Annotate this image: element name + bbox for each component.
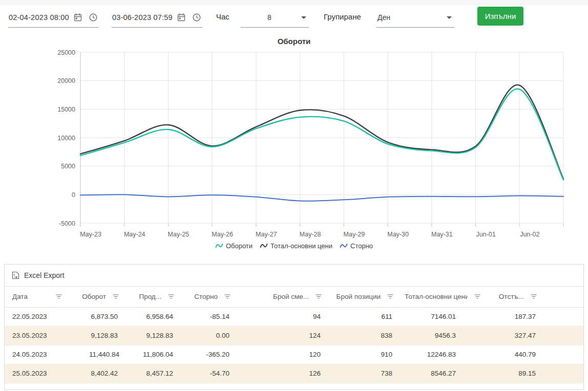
y-axis-tick-label: 25000 xyxy=(57,49,75,56)
legend-item[interactable]: Обороти xyxy=(215,242,253,250)
calendar-icon[interactable] xyxy=(73,13,82,22)
calendar-icon[interactable] xyxy=(177,13,186,22)
x-axis-tick-label: May-31 xyxy=(431,231,453,238)
line-chart: 2500020000150001000050000-5000May-23May-… xyxy=(0,48,588,241)
legend-item[interactable]: Сторно xyxy=(340,242,373,250)
table-row[interactable]: 25.05.20238,402.428,457.12-54.7012673885… xyxy=(5,364,583,383)
end-datetime-field[interactable]: 03-06-2023 07:59 xyxy=(112,7,202,28)
table-cell: 910 xyxy=(333,345,405,364)
table-cell: 22.05.2023 xyxy=(5,307,81,326)
execute-button[interactable]: Изпълни xyxy=(477,7,523,26)
column-header[interactable]: Сторно xyxy=(185,287,242,307)
table-cell: 8,402.42 xyxy=(81,364,130,383)
x-axis-tick-label: May-23 xyxy=(80,231,101,238)
column-header-label[interactable]: Брой сме... xyxy=(273,293,309,300)
filter-icon[interactable] xyxy=(474,294,480,299)
start-datetime-value[interactable]: 02-04-2023 08:00 xyxy=(9,7,69,28)
column-header[interactable]: Отстъ... xyxy=(492,287,548,307)
table-cell: 8546.27 xyxy=(405,364,492,383)
table-cell: 6,873.50 xyxy=(81,307,130,326)
grid-toolbar: x Excel Export xyxy=(5,265,583,287)
table-cell: 23.05.2023 xyxy=(5,326,81,345)
x-axis-tick-label: Jun-01 xyxy=(476,231,495,238)
top-strip xyxy=(0,0,588,5)
svg-text:x: x xyxy=(13,273,15,276)
table-cell: 9,128.83 xyxy=(130,326,185,345)
table-row[interactable]: 22.05.20236,873.506,958.64-85.1494611714… xyxy=(5,307,583,326)
excel-export-label: Excel Export xyxy=(24,271,65,279)
table-header-row: ДатаОборотПрод...СторноБрой сме...Брой п… xyxy=(5,287,583,307)
column-header[interactable]: Дата xyxy=(5,287,81,307)
legend-label: Сторно xyxy=(350,242,373,250)
table-cell: 94 xyxy=(242,307,333,326)
column-header[interactable]: Оборот xyxy=(81,287,130,307)
legend-label: Обороти xyxy=(226,242,253,250)
column-header[interactable]: Брой позиции xyxy=(333,287,405,307)
excel-export-button[interactable]: x Excel Export xyxy=(12,271,65,279)
start-datetime-field[interactable]: 02-04-2023 08:00 xyxy=(8,7,99,28)
column-header-label[interactable]: Сторно xyxy=(194,293,218,300)
filter-icon[interactable] xyxy=(531,294,537,299)
table-cell: 0.00 xyxy=(185,326,242,345)
table-cell: 7146.01 xyxy=(405,307,492,326)
hour-select[interactable]: 8 xyxy=(241,7,309,28)
filter-icon[interactable] xyxy=(387,294,393,299)
x-axis-tick-label: May-29 xyxy=(344,231,365,238)
filter-icon[interactable] xyxy=(56,294,62,299)
x-axis-tick-label: Jun-02 xyxy=(520,231,539,238)
x-axis-tick-label: May-27 xyxy=(256,231,277,238)
wave-icon xyxy=(215,243,223,249)
column-header-label[interactable]: Дата xyxy=(12,293,28,300)
grouping-label: Групиране xyxy=(324,12,361,21)
x-axis-tick-label: May-25 xyxy=(168,231,190,238)
wave-icon xyxy=(260,243,268,249)
grouping-select[interactable]: Ден xyxy=(376,7,454,28)
table-row[interactable]: 23.05.20239,128.839,128.830.001248389456… xyxy=(5,326,583,345)
table-cell: 12246.83 xyxy=(405,345,492,364)
table-cell: 126 xyxy=(242,364,333,383)
filter-icon[interactable] xyxy=(316,294,322,299)
filter-icon[interactable] xyxy=(113,294,119,299)
table-cell: 89.15 xyxy=(492,364,548,383)
table-cell xyxy=(5,383,81,389)
column-header[interactable]: Тотал-основни цени xyxy=(405,287,492,307)
table-cell xyxy=(185,383,242,389)
y-axis-tick-label: 0 xyxy=(72,191,75,199)
column-header-label[interactable]: Оборот xyxy=(82,293,106,300)
column-header[interactable]: Брой сме... xyxy=(242,287,333,307)
table-cell: 187.37 xyxy=(492,307,548,326)
column-header-label[interactable]: Тотал-основни цени xyxy=(405,293,468,300)
table-cell xyxy=(548,383,583,389)
data-table: ДатаОборотПрод...СторноБрой сме...Брой п… xyxy=(5,287,583,389)
y-axis-tick-label: -5000 xyxy=(59,220,75,227)
table-cell: 8,457.12 xyxy=(130,364,185,383)
column-header-label[interactable]: Отстъ... xyxy=(499,293,524,300)
table-cell: 440.79 xyxy=(492,345,548,364)
table-cell xyxy=(130,383,185,389)
filter-icon[interactable] xyxy=(168,294,174,299)
table-cell: 611 xyxy=(333,307,405,326)
table-cell: 6,958.64 xyxy=(130,307,185,326)
x-axis-tick-label: May-28 xyxy=(300,231,321,238)
clock-icon[interactable] xyxy=(89,13,98,22)
table-cell: -54.70 xyxy=(185,364,242,383)
table-cell xyxy=(242,383,333,389)
end-datetime-value[interactable]: 03-06-2023 07:59 xyxy=(112,7,173,28)
table-row-partial[interactable] xyxy=(5,383,583,389)
table-cell xyxy=(405,383,492,389)
table-row[interactable]: 24.05.202311,440.8411,806.04-365.2012091… xyxy=(5,345,583,364)
table-cell: 124 xyxy=(242,326,333,345)
column-header[interactable]: Прод... xyxy=(130,287,185,307)
table-cell: 120 xyxy=(242,345,333,364)
clock-icon[interactable] xyxy=(192,13,201,22)
legend-item[interactable]: Тотал-основни цени xyxy=(260,242,332,250)
cell-spacer xyxy=(548,307,583,326)
column-header-label[interactable]: Прод... xyxy=(139,293,161,300)
table-cell: 738 xyxy=(333,364,405,383)
y-axis-tick-label: 10000 xyxy=(57,135,75,142)
column-header-label[interactable]: Брой позиции xyxy=(337,293,381,300)
x-axis-tick-label: May-30 xyxy=(387,231,409,238)
data-grid: x Excel Export ДатаОборотПрод...СторноБр… xyxy=(4,264,584,390)
cell-spacer xyxy=(548,364,583,383)
filter-icon[interactable] xyxy=(224,294,230,299)
